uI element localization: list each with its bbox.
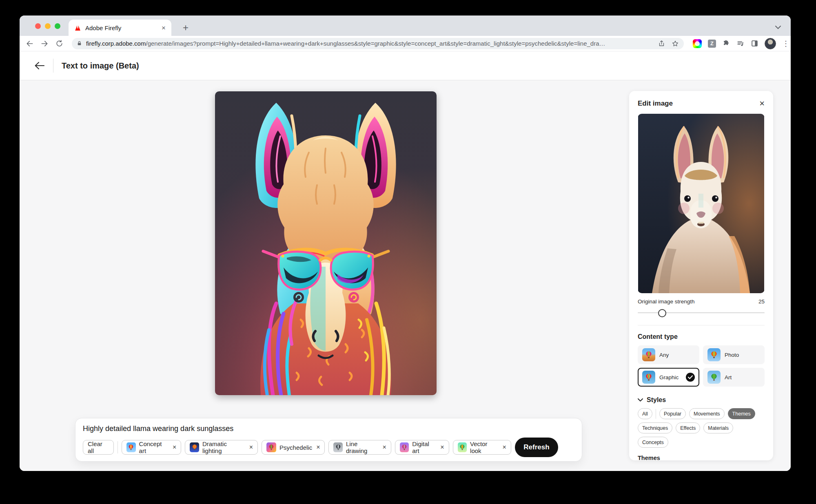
refresh-button[interactable]: Refresh — [515, 438, 558, 457]
desktop: Adobe Firefly × + — [0, 0, 816, 504]
balloon-dramatic-lighting-icon — [190, 442, 199, 452]
share-icon[interactable] — [658, 40, 665, 47]
remove-chip-icon[interactable]: × — [383, 444, 386, 451]
llama-artwork — [215, 91, 437, 395]
tab-title: Adobe Firefly — [85, 24, 157, 31]
url-path: /generate/images?prompt=Highly+detailed+… — [146, 40, 605, 47]
content-type-title: Content type — [638, 333, 765, 340]
browser-toolbar: firefly.corp.adobe.com/generate/images?p… — [20, 36, 791, 51]
chevron-down-icon — [638, 398, 643, 402]
page-title: Text to image (Beta) — [62, 61, 139, 71]
url-text: firefly.corp.adobe.com/generate/images?p… — [86, 40, 605, 47]
new-tab-button[interactable]: + — [180, 22, 192, 34]
content-type-photo[interactable]: Photo — [703, 345, 765, 364]
content-type-art[interactable]: Art — [703, 368, 765, 387]
filter-materials[interactable]: Materials — [703, 422, 733, 433]
browser-tab[interactable]: Adobe Firefly × — [69, 20, 171, 36]
prompt-chips-row: Clear all Concept art × Dramatic lightin… — [83, 438, 574, 457]
close-window-button[interactable] — [35, 23, 41, 29]
reference-image[interactable] — [638, 114, 765, 293]
reload-icon[interactable] — [55, 39, 64, 48]
filter-effects[interactable]: Effects — [676, 422, 700, 433]
z-extension-icon[interactable]: Z — [708, 40, 716, 48]
balloon-psychedelic-icon — [266, 442, 276, 452]
panel-divider — [638, 325, 765, 325]
playlist-extension-icon[interactable] — [736, 40, 745, 48]
strength-label: Original image strength — [638, 298, 695, 305]
generated-image[interactable] — [215, 91, 437, 395]
content-type-graphic[interactable]: Graphic — [638, 368, 699, 387]
content-type-any[interactable]: Any — [638, 345, 699, 364]
minimize-window-button[interactable] — [45, 23, 51, 29]
clear-all-button[interactable]: Clear all — [83, 440, 114, 455]
extension-icons: Z ⋮ — [693, 38, 789, 49]
style-chip-line-drawing[interactable]: Line drawing × — [328, 440, 391, 455]
window-controls — [35, 23, 60, 29]
creative-cloud-extension-icon[interactable] — [693, 39, 702, 48]
filter-concepts[interactable]: Concepts — [638, 437, 668, 448]
slider-track — [638, 312, 765, 313]
chips-divider — [118, 441, 118, 453]
tab-close-icon[interactable]: × — [162, 24, 166, 31]
style-chip-digital-art[interactable]: Digital art × — [395, 440, 449, 455]
zoom-window-button[interactable] — [55, 23, 60, 29]
themes-section-title: Themes — [638, 455, 765, 461]
back-icon[interactable] — [25, 39, 34, 48]
filter-themes[interactable]: Themes — [728, 408, 755, 419]
bookmark-star-icon[interactable] — [672, 40, 679, 47]
balloon-photo-icon — [707, 348, 721, 361]
image-strength-slider[interactable] — [638, 309, 765, 317]
balloon-digital-art-icon — [400, 442, 409, 452]
remove-chip-icon[interactable]: × — [316, 444, 320, 451]
tab-search-chevron-icon[interactable] — [775, 24, 781, 31]
balloon-any-icon — [642, 348, 655, 361]
browser-menu-icon[interactable]: ⋮ — [782, 39, 789, 48]
url-domain: firefly.corp.adobe.com — [86, 40, 146, 47]
styles-section-header[interactable]: Styles — [638, 396, 765, 404]
prompt-bar: Highly detailed llama wearing dark sungl… — [75, 418, 582, 462]
forward-icon[interactable] — [40, 39, 49, 48]
profile-avatar[interactable] — [765, 38, 776, 49]
close-icon[interactable]: × — [759, 99, 765, 108]
strength-value: 25 — [758, 298, 765, 305]
remove-chip-icon[interactable]: × — [440, 444, 444, 451]
page-header: Text to image (Beta) — [20, 51, 791, 80]
reference-llama-photo — [638, 114, 765, 293]
selected-check-icon — [686, 373, 695, 382]
balloon-concept-art-icon — [126, 442, 135, 452]
firefly-page: Text to image (Beta) — [20, 51, 791, 471]
filter-divider — [656, 409, 656, 419]
adobe-favicon — [74, 24, 81, 31]
content-type-options: Any Photo Graphic — [638, 345, 765, 387]
styles-title: Styles — [647, 396, 666, 404]
style-chip-vector-look[interactable]: Vector look × — [453, 440, 511, 455]
url-bar[interactable]: firefly.corp.adobe.com/generate/images?p… — [72, 38, 684, 49]
page-body: Edit image × — [20, 80, 791, 471]
filter-movements[interactable]: Movements — [689, 408, 725, 419]
balloon-line-drawing-icon — [333, 442, 342, 452]
style-chip-psychedelic[interactable]: Psychedelic × — [262, 440, 325, 455]
remove-chip-icon[interactable]: × — [502, 444, 506, 451]
sidebar-extension-icon[interactable] — [751, 40, 758, 47]
filter-techniques[interactable]: Techniques — [638, 422, 672, 433]
filter-popular[interactable]: Popular — [659, 408, 686, 419]
slider-thumb[interactable] — [658, 309, 666, 317]
header-divider — [53, 59, 53, 73]
style-chip-dramatic-lighting[interactable]: Dramatic lighting × — [185, 440, 258, 455]
panel-title: Edit image — [638, 99, 673, 108]
style-chip-concept-art[interactable]: Concept art × — [122, 440, 181, 455]
tab-strip: Adobe Firefly × + — [20, 15, 791, 36]
balloon-art-icon — [707, 371, 721, 384]
prompt-input[interactable]: Highly detailed llama wearing dark sungl… — [83, 424, 574, 433]
remove-chip-icon[interactable]: × — [173, 444, 176, 451]
balloon-graphic-icon — [642, 371, 655, 384]
extensions-puzzle-icon[interactable] — [722, 40, 730, 48]
balloon-vector-look-icon — [458, 442, 467, 452]
browser-window: Adobe Firefly × + — [20, 15, 791, 471]
style-filter-chips: All Popular Movements Themes Techniques … — [638, 408, 765, 448]
edit-image-panel: Edit image × — [629, 91, 773, 460]
lock-icon — [77, 40, 82, 46]
page-back-button[interactable] — [34, 61, 45, 70]
remove-chip-icon[interactable]: × — [249, 444, 253, 451]
filter-all[interactable]: All — [638, 408, 652, 419]
